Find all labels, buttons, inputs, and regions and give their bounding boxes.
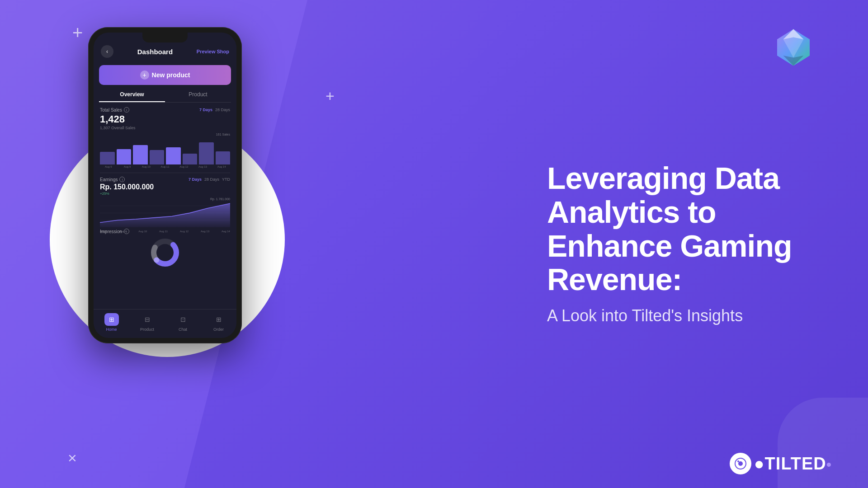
bar-chart-max-label: 161 Sales [216,133,230,136]
right-content: Leveraging Data Analytics to Enhance Gam… [547,161,841,327]
gem-icon [773,27,814,68]
nav-item-home[interactable]: ⊞ Home [94,313,129,332]
bar-1 [100,152,115,164]
earnings-info-icon[interactable]: i [119,177,125,182]
bar-5 [166,147,181,164]
bar-6 [183,154,198,164]
cross-decoration-bottom-left: × [68,450,77,465]
bottom-nav: ⊞ Home ⊟ Product ⊡ Chat ⊞ Order [94,309,236,338]
earnings-filter-ytd[interactable]: YTD [222,177,230,182]
earnings-line-chart: Rp. 1.781.000 [100,197,230,227]
total-sales-sub: 1,307 Overall Sales [100,126,230,130]
product-nav-icon: ⊟ [140,313,155,326]
bar-chart-labels: Aug 9 Aug 9 Aug 10 Aug 11 Aug 12 Aug 13 … [100,165,230,168]
bar-7 [199,142,214,164]
svg-point-11 [738,461,743,466]
chat-nav-label: Chat [179,327,187,332]
tilted-logo-text: ●TILTED• [754,454,832,474]
sales-bar-chart: 161 Sales Aug 9 Aug 9 Aug 1 [100,133,230,169]
earnings-label: Earnings i [100,177,125,182]
filter-7days[interactable]: 7 Days [199,108,212,112]
total-sales-number: 1,428 [100,113,230,125]
bar-8 [216,151,231,164]
earnings-change: +25% [100,192,230,196]
plus-icon: + [140,70,149,80]
total-sales-label: Total Sales i [100,107,129,113]
screen-body: Total Sales i 7 Days 28 Days 1,428 1,307… [94,103,236,273]
tilted-logo: ●TILTED• [730,453,832,474]
line-chart-dates: Aug 9 Aug 9 Aug 10 Aug 11 Aug 12 Aug 13 … [100,230,230,233]
main-title: Leveraging Data Analytics to Enhance Gam… [547,161,841,296]
earnings-line-chart-svg [100,201,230,227]
order-nav-label: Order [213,327,224,332]
order-nav-icon: ⊞ [212,313,226,326]
impression-donut-chart [149,237,181,268]
chat-nav-icon: ⊡ [176,313,190,326]
svg-point-12 [737,460,739,462]
tab-product[interactable]: Product [165,88,231,102]
screen-tabs: Overview Product [99,88,231,103]
bar-4 [150,150,165,164]
cross-decoration-middle: + [326,88,335,103]
impression-section: Impression i [100,229,230,268]
phone-notch [142,33,188,42]
bar-3 [133,145,148,165]
cross-decoration-top-left: + [72,23,83,42]
nav-item-product[interactable]: ⊟ Product [129,313,165,332]
total-sales-info-icon[interactable]: i [124,107,129,113]
nav-item-chat[interactable]: ⊡ Chat [165,313,201,332]
filter-28days[interactable]: 28 Days [215,108,230,112]
bar-2 [117,149,132,164]
preview-shop-link[interactable]: Preview Shop [197,49,229,54]
impression-donut-container [100,237,230,268]
earnings-days-filter: 7 Days 28 Days YTD [189,177,230,182]
tilted-logo-icon [730,453,751,474]
earnings-number: Rp. 150.000.000 [100,183,230,191]
total-sales-header: Total Sales i 7 Days 28 Days [100,107,230,113]
new-product-button[interactable]: + New product [99,65,231,85]
section-divider-1 [100,173,230,173]
tab-overview[interactable]: Overview [99,88,165,102]
earnings-header: Earnings i 7 Days 28 Days YTD [100,177,230,182]
home-nav-label: Home [106,327,117,332]
background-corner-shape [778,398,868,488]
screen-title: Dashboard [137,48,173,56]
line-chart-max-label: Rp. 1.781.000 [210,197,230,201]
earnings-filter-28days[interactable]: 28 Days [204,177,219,182]
phone-outer-shell: ‹ Dashboard Preview Shop + New product O… [88,27,242,343]
earnings-filter-7days[interactable]: 7 Days [189,177,202,182]
phone-mockup: ‹ Dashboard Preview Shop + New product O… [88,27,242,334]
new-product-label: New product [152,71,190,79]
sub-title: A Look into Tilted's Insights [547,305,841,327]
phone-screen: ‹ Dashboard Preview Shop + New product O… [94,33,236,338]
nav-item-order[interactable]: ⊞ Order [201,313,236,332]
bar-chart-bars [100,133,230,164]
product-nav-label: Product [140,327,154,332]
back-button[interactable]: ‹ [101,45,113,58]
home-nav-icon: ⊞ [104,313,119,326]
total-sales-days-filter: 7 Days 28 Days [199,108,230,112]
